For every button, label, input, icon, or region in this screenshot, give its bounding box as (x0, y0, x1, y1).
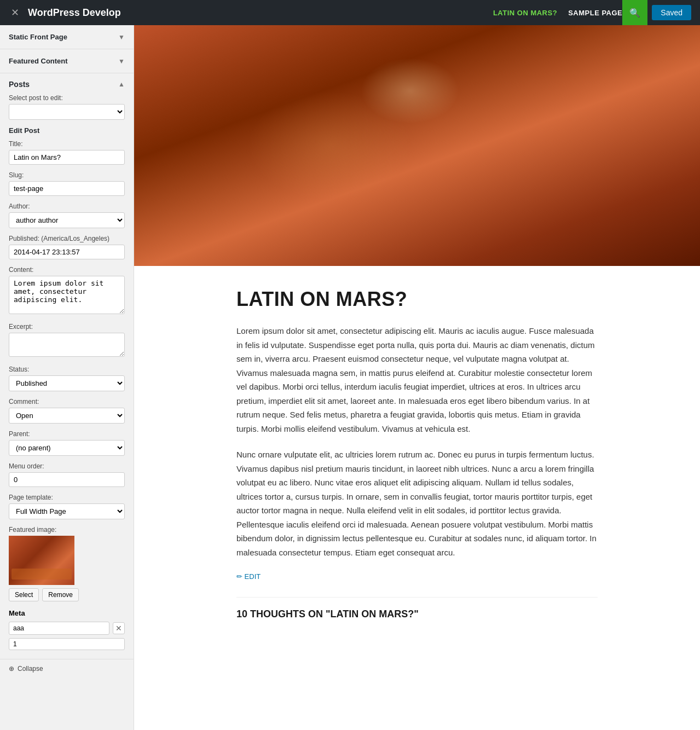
featured-image-preview (9, 536, 74, 585)
edit-link[interactable]: ✏ EDIT (236, 572, 261, 581)
nav-link-sample[interactable]: SAMPLE PAGE (568, 9, 622, 17)
status-group: Status: Published Draft Pending Review (9, 366, 125, 391)
post-content: LATIN ON MARS? Lorem ipsum dolor sit ame… (225, 288, 609, 653)
collapse-label: Collapse (18, 665, 43, 673)
sidebar-static-front-page[interactable]: Static Front Page ▼ (0, 25, 134, 49)
sidebar-featured-content[interactable]: Featured Content ▼ (0, 49, 134, 73)
post-title: LATIN ON MARS? (236, 288, 598, 311)
post-paragraph-1: Lorem ipsum dolor sit amet, consectetur … (236, 324, 598, 436)
title-label: Title: (9, 140, 125, 148)
content-group: Content: Lorem ipsum dolor sit amet, con… (9, 266, 125, 316)
content-label: Content: (9, 266, 125, 274)
menu-order-input[interactable] (9, 472, 125, 487)
remove-image-button[interactable]: Remove (42, 588, 79, 601)
parent-label: Parent: (9, 430, 125, 438)
static-front-page-label: Static Front Page (9, 33, 67, 41)
top-nav: ✕ WordPress Develop LATIN ON MARS? SAMPL… (0, 0, 700, 25)
author-select[interactable]: author author (9, 212, 125, 228)
content-textarea[interactable]: Lorem ipsum dolor sit amet, consectetur … (9, 276, 125, 314)
meta-value-display: 1 (9, 638, 125, 650)
sidebar-posts-section: Posts ▲ Select post to edit: Edit Post T… (0, 73, 134, 659)
meta-section: Meta ✕ 1 (9, 609, 125, 650)
excerpt-label: Excerpt: (9, 323, 125, 331)
post-paragraph-2: Nunc ornare vulputate elit, ac ultricies… (236, 448, 598, 559)
excerpt-group: Excerpt: (9, 323, 125, 359)
posts-section-header[interactable]: Posts ▲ (9, 80, 125, 89)
page-template-group: Page template: Full Width Page Default T… (9, 494, 125, 519)
remove-meta-button[interactable]: ✕ (113, 622, 125, 634)
collapse-icon: ⊕ (9, 665, 14, 673)
image-buttons: Select Remove (9, 588, 125, 601)
featured-content-label: Featured Content (9, 57, 68, 65)
meta-key-input[interactable] (9, 622, 109, 635)
collapse-bar[interactable]: ⊕ Collapse (0, 659, 134, 678)
comment-select[interactable]: Open Closed (9, 408, 125, 424)
menu-order-label: Menu order: (9, 462, 125, 470)
site-navigation: LATIN ON MARS? SAMPLE PAGE (493, 9, 622, 17)
sidebar: Static Front Page ▼ Featured Content ▼ P… (0, 25, 134, 730)
comments-heading: 10 THOUGHTS ON "LATIN ON MARS?" (236, 597, 598, 620)
meta-heading: Meta (9, 609, 125, 617)
search-button[interactable]: 🔍 (622, 0, 647, 25)
status-select[interactable]: Published Draft Pending Review (9, 375, 125, 391)
close-button[interactable]: ✕ (9, 4, 21, 21)
comment-group: Comment: Open Closed (9, 398, 125, 424)
author-group: Author: author author (9, 202, 125, 228)
slug-group: Slug: (9, 171, 125, 196)
slug-label: Slug: (9, 171, 125, 179)
featured-image-group: Featured image: Select Remove (9, 526, 125, 601)
title-group: Title: (9, 140, 125, 165)
featured-image-label: Featured image: (9, 526, 125, 534)
site-title: WordPress Develop (28, 7, 493, 19)
parent-select[interactable]: (no parent) (9, 440, 125, 456)
status-label: Status: (9, 366, 125, 373)
menu-order-group: Menu order: (9, 462, 125, 487)
post-body: Lorem ipsum dolor sit amet, consectetur … (236, 324, 598, 559)
featured-content-arrow: ▼ (118, 57, 125, 65)
content-area: LATIN ON MARS? Lorem ipsum dolor sit ame… (134, 25, 700, 730)
select-post-group: Select post to edit: (9, 94, 125, 120)
title-input[interactable] (9, 150, 125, 165)
nav-link-latin[interactable]: LATIN ON MARS? (493, 9, 557, 17)
comment-label: Comment: (9, 398, 125, 405)
page-template-label: Page template: (9, 494, 125, 501)
slug-input[interactable] (9, 181, 125, 196)
meta-row: ✕ (9, 622, 125, 635)
published-label: Published: (America/Los_Angeles) (9, 235, 125, 242)
hero-image (134, 25, 700, 266)
page-template-select[interactable]: Full Width Page Default Template Width P… (9, 503, 125, 519)
select-post-label: Select post to edit: (9, 94, 125, 102)
excerpt-textarea[interactable] (9, 333, 125, 357)
published-input[interactable] (9, 245, 125, 259)
select-post-dropdown[interactable] (9, 104, 125, 120)
select-image-button[interactable]: Select (9, 588, 39, 601)
published-group: Published: (America/Los_Angeles) (9, 235, 125, 259)
author-label: Author: (9, 202, 125, 210)
parent-group: Parent: (no parent) (9, 430, 125, 456)
main-wrapper: Static Front Page ▼ Featured Content ▼ P… (0, 25, 700, 730)
posts-arrow: ▲ (118, 80, 125, 88)
edit-post-heading: Edit Post (9, 126, 125, 135)
saved-button[interactable]: Saved (652, 5, 691, 20)
static-front-page-arrow: ▼ (118, 33, 125, 41)
